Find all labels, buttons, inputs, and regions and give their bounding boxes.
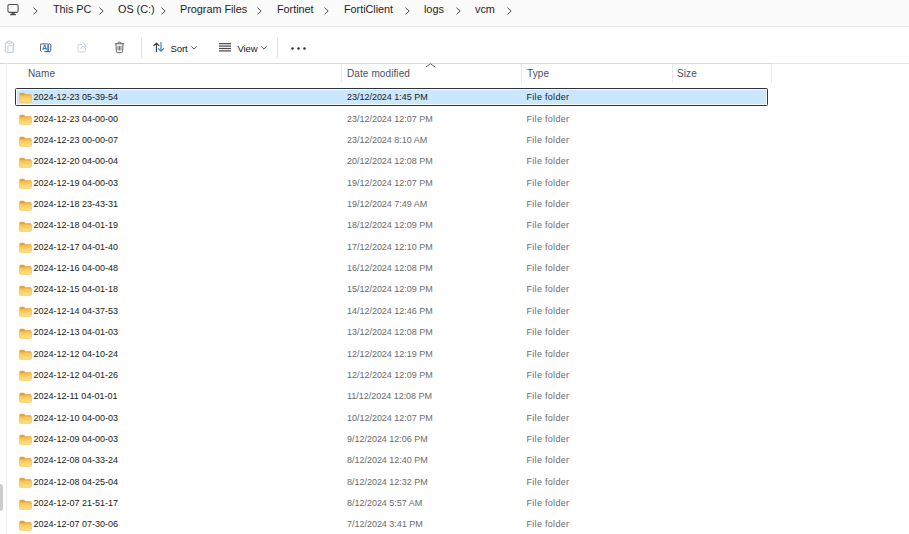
- svg-text:A: A: [42, 43, 47, 52]
